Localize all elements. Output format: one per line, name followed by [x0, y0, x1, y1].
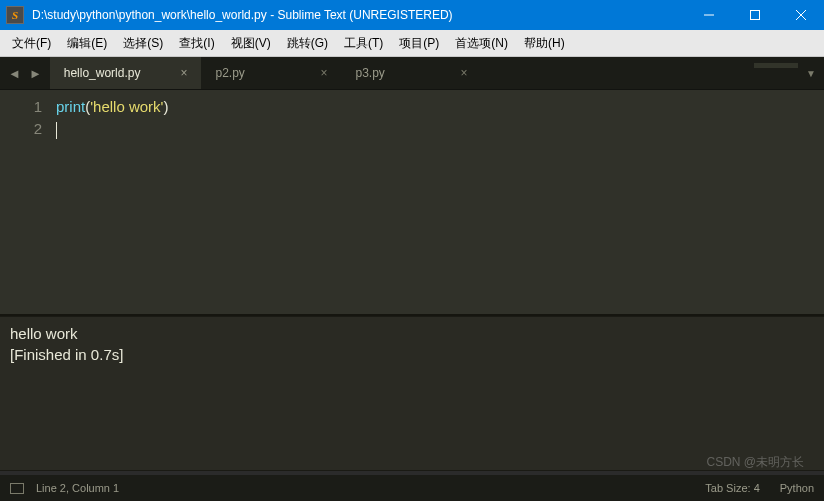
- window-titlebar: S D:\study\python\python_work\hello_worl…: [0, 0, 824, 30]
- tab-scroll-right-icon[interactable]: ►: [29, 66, 42, 81]
- menu-find[interactable]: 查找(I): [171, 32, 222, 55]
- tab-label: p3.py: [355, 66, 384, 80]
- panel-switcher-icon[interactable]: [10, 483, 24, 494]
- tab-dropdown-icon[interactable]: ▼: [806, 68, 816, 79]
- status-tab-size[interactable]: Tab Size: 4: [705, 482, 759, 494]
- tab-scroll-arrows: ◄ ►: [0, 57, 50, 89]
- maximize-button[interactable]: [732, 0, 778, 30]
- tab-label: p2.py: [215, 66, 244, 80]
- tab-bar: ◄ ► hello_world.py × p2.py × p3.py × ▼: [0, 57, 824, 90]
- output-line: [Finished in 0.7s]: [10, 344, 814, 365]
- tab-p3[interactable]: p3.py ×: [341, 57, 481, 89]
- window-controls: [686, 0, 824, 30]
- line-number: 1: [0, 96, 42, 118]
- close-icon[interactable]: ×: [180, 66, 187, 80]
- line-number: 2: [0, 118, 42, 140]
- status-syntax[interactable]: Python: [780, 482, 814, 494]
- build-output-panel[interactable]: hello work [Finished in 0.7s]: [0, 316, 824, 471]
- menu-file[interactable]: 文件(F): [4, 32, 59, 55]
- code-line: [56, 118, 168, 140]
- code-line: print('hello work'): [56, 96, 168, 118]
- menu-goto[interactable]: 跳转(G): [279, 32, 336, 55]
- tab-label: hello_world.py: [64, 66, 141, 80]
- menubar: 文件(F) 编辑(E) 选择(S) 查找(I) 视图(V) 跳转(G) 工具(T…: [0, 30, 824, 57]
- token-string: 'hello work': [90, 98, 163, 115]
- status-bar: Line 2, Column 1 Tab Size: 4 Python: [0, 475, 824, 501]
- text-cursor: [56, 122, 57, 139]
- close-icon[interactable]: ×: [320, 66, 327, 80]
- token-paren: ): [163, 98, 168, 115]
- tab-scroll-left-icon[interactable]: ◄: [8, 66, 21, 81]
- output-line: hello work: [10, 323, 814, 344]
- minimap-preview: [754, 63, 798, 68]
- close-button[interactable]: [778, 0, 824, 30]
- token-function: print: [56, 98, 85, 115]
- tab-bar-spacer: ▼: [481, 57, 824, 89]
- menu-project[interactable]: 项目(P): [391, 32, 447, 55]
- menu-help[interactable]: 帮助(H): [516, 32, 573, 55]
- app-icon: S: [6, 6, 24, 24]
- tab-p2[interactable]: p2.py ×: [201, 57, 341, 89]
- line-gutter: 1 2: [0, 90, 56, 314]
- menu-prefs[interactable]: 首选项(N): [447, 32, 516, 55]
- menu-tools[interactable]: 工具(T): [336, 32, 391, 55]
- menu-select[interactable]: 选择(S): [115, 32, 171, 55]
- minimize-button[interactable]: [686, 0, 732, 30]
- window-title: D:\study\python\python_work\hello_world.…: [30, 8, 686, 22]
- menu-edit[interactable]: 编辑(E): [59, 32, 115, 55]
- svg-rect-1: [751, 11, 760, 20]
- close-icon[interactable]: ×: [460, 66, 467, 80]
- code-editor[interactable]: 1 2 print('hello work'): [0, 90, 824, 314]
- code-area[interactable]: print('hello work'): [56, 90, 168, 314]
- tab-hello-world[interactable]: hello_world.py ×: [50, 57, 202, 89]
- menu-view[interactable]: 视图(V): [223, 32, 279, 55]
- status-position[interactable]: Line 2, Column 1: [36, 482, 705, 494]
